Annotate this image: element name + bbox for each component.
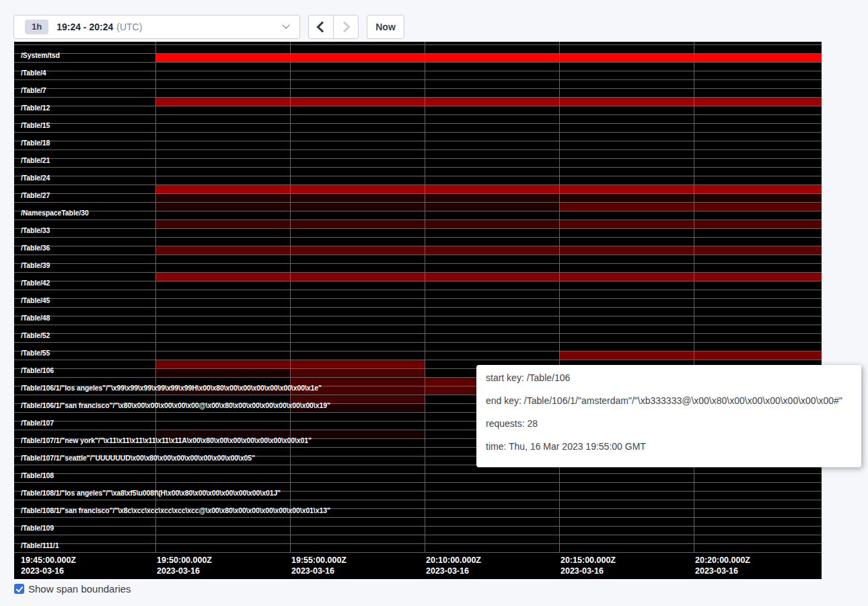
row-label: /Table/107/1/"seattle"/"UUUUUUD\x00\x80\… — [21, 454, 255, 462]
row-label: /Table/106 — [21, 366, 54, 374]
span-boundary-line — [14, 132, 822, 133]
heat-band[interactable] — [560, 351, 694, 360]
row-label: /Table/107 — [21, 419, 54, 427]
x-axis-tick: 19:55:00.000Z2023-03-16 — [291, 555, 347, 576]
row-label: /Table/55 — [21, 349, 50, 357]
row-label: /Table/108 — [21, 471, 54, 479]
heat-band[interactable] — [156, 246, 290, 255]
row-label: /Table/12 — [21, 104, 50, 112]
heat-band[interactable] — [156, 194, 290, 202]
heat-band[interactable] — [560, 185, 694, 193]
heat-band[interactable] — [291, 246, 425, 255]
row-label: /Table/111/1 — [21, 541, 59, 549]
x-axis-tick: 20:15:00.000Z2023-03-16 — [560, 555, 616, 576]
show-span-boundaries-checkbox[interactable] — [14, 584, 24, 594]
time-gridline — [155, 42, 156, 552]
heat-band[interactable] — [291, 54, 425, 62]
span-boundary-line — [14, 149, 822, 150]
time-gridline — [559, 42, 560, 552]
heat-band[interactable] — [425, 220, 559, 228]
span-boundary-line — [14, 114, 822, 115]
heat-band[interactable] — [694, 220, 822, 228]
heat-band[interactable] — [560, 246, 694, 255]
row-label: /Table/109 — [21, 524, 54, 532]
heat-band[interactable] — [291, 360, 425, 368]
time-nav-button-group — [308, 15, 359, 39]
span-boundary-line — [14, 141, 822, 141]
heat-band[interactable] — [291, 203, 425, 211]
heat-band[interactable] — [425, 203, 559, 211]
heat-band[interactable] — [694, 54, 822, 62]
time-range-select[interactable]: 1h 19:24 - 20:24 (UTC) — [13, 15, 300, 39]
heat-band[interactable] — [425, 54, 559, 62]
heat-band[interactable] — [291, 194, 425, 202]
tooltip-line: time: Thu, 16 Mar 2023 19:55:00 GMT — [486, 441, 852, 452]
heat-band[interactable] — [425, 185, 559, 193]
heat-band[interactable] — [694, 194, 822, 202]
heat-band[interactable] — [560, 98, 694, 106]
heat-band[interactable] — [291, 98, 425, 106]
heat-band[interactable] — [425, 98, 559, 106]
show-span-boundaries-label: Show span boundaries — [28, 583, 131, 595]
heat-band[interactable] — [694, 351, 822, 360]
row-label: /Table/7 — [21, 86, 46, 94]
heat-band[interactable] — [560, 273, 694, 281]
span-boundary-line — [14, 62, 822, 63]
span-boundary-line — [14, 325, 822, 325]
heat-band[interactable] — [560, 54, 694, 62]
chevron-left-icon — [317, 22, 328, 33]
tooltip-line: start key: /Table/106 — [486, 372, 852, 383]
heat-band[interactable] — [291, 185, 425, 193]
heat-band[interactable] — [694, 246, 822, 255]
heat-band[interactable] — [291, 369, 425, 377]
span-boundary-line — [14, 176, 822, 176]
heat-band[interactable] — [425, 246, 559, 255]
show-span-boundaries-row: Show span boundaries — [14, 583, 131, 595]
row-label: /Table/45 — [21, 296, 50, 304]
heat-band[interactable] — [425, 194, 559, 202]
heat-band[interactable] — [156, 220, 290, 228]
now-button[interactable]: Now — [367, 15, 404, 39]
heat-band[interactable] — [156, 185, 290, 193]
row-label: /System/tsd — [21, 51, 60, 59]
heat-band[interactable] — [156, 369, 290, 377]
heat-band[interactable] — [291, 220, 425, 228]
heat-band[interactable] — [156, 203, 290, 211]
span-boundary-line — [14, 482, 822, 483]
heat-band[interactable] — [156, 54, 290, 62]
heat-band[interactable] — [156, 360, 290, 368]
span-boundary-line — [14, 71, 822, 71]
key-visualizer-heatmap[interactable]: /System/tsd/Table/4/Table/7/Table/12/Tab… — [14, 42, 822, 579]
heat-band[interactable] — [694, 273, 822, 281]
range-label: 19:24 - 20:24 — [57, 22, 113, 32]
span-boundary-line — [14, 517, 822, 518]
heat-band[interactable] — [156, 273, 290, 281]
heat-band[interactable] — [694, 98, 822, 106]
heat-band[interactable] — [694, 203, 822, 211]
row-label: /Table/39 — [21, 261, 50, 269]
span-boundary-line — [14, 307, 822, 308]
heat-band[interactable] — [291, 273, 425, 281]
row-label: /Table/15 — [21, 121, 50, 129]
row-label: /Table/24 — [21, 174, 50, 182]
span-boundary-line — [14, 44, 822, 45]
span-boundary-line — [14, 255, 822, 255]
heat-band[interactable] — [560, 194, 694, 202]
heat-band[interactable] — [694, 185, 822, 193]
span-boundary-line — [14, 552, 822, 553]
span-boundary-line — [14, 535, 822, 535]
heat-band[interactable] — [560, 203, 694, 211]
prev-button[interactable] — [308, 15, 334, 39]
heat-band[interactable] — [560, 220, 694, 228]
span-boundary-line — [14, 298, 822, 299]
next-button[interactable] — [333, 15, 359, 39]
span-boundary-line — [14, 473, 822, 474]
span-boundary-line — [14, 211, 822, 211]
x-axis-tick: 20:10:00.000Z2023-03-16 — [426, 555, 481, 576]
heat-band[interactable] — [156, 98, 290, 106]
heat-band[interactable] — [425, 273, 559, 281]
span-boundary-line — [14, 281, 822, 281]
span-boundary-line — [14, 167, 822, 168]
tooltip-line: end key: /Table/106/1/"amsterdam"/"\xb33… — [486, 395, 852, 406]
time-gridline — [290, 42, 291, 552]
